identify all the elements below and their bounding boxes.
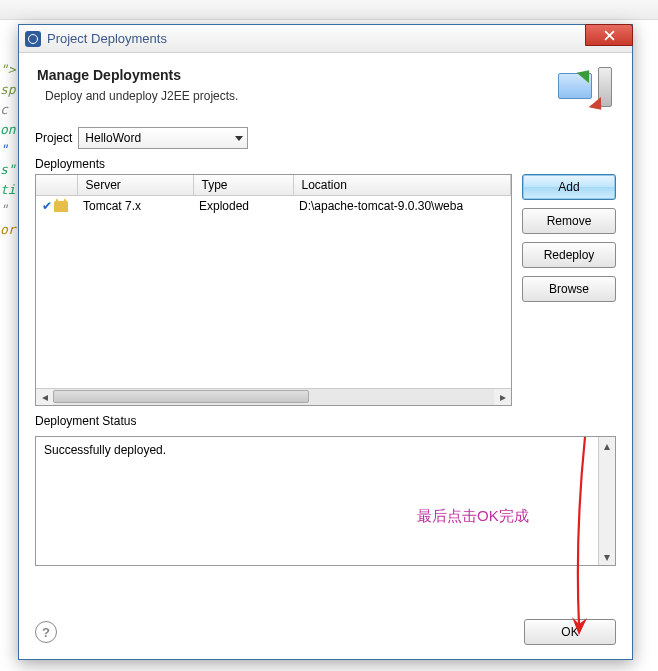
dialog-header: Manage Deployments Deploy and undeploy J…	[19, 53, 632, 121]
editor-gutter-code: ">sp c on " s" ti " or	[0, 20, 18, 620]
vertical-scrollbar[interactable]: ▴ ▾	[598, 437, 615, 565]
col-server[interactable]: Server	[77, 175, 193, 196]
status-label: Deployment Status	[35, 414, 616, 428]
check-icon: ✔	[42, 199, 52, 213]
ide-toolbar	[0, 0, 658, 20]
scroll-up-icon[interactable]: ▴	[599, 437, 615, 454]
deployments-table[interactable]: Server Type Location ✔ Tomcat 7.x Explod…	[35, 174, 512, 406]
col-blank[interactable]	[36, 175, 77, 196]
deployments-label: Deployments	[35, 157, 616, 171]
header-title: Manage Deployments	[37, 67, 238, 83]
browse-button[interactable]: Browse	[522, 276, 616, 302]
help-button[interactable]: ?	[35, 621, 57, 643]
cell-location: D:\apache-tomcat-9.0.30\weba	[293, 196, 511, 217]
cell-server: Tomcat 7.x	[77, 196, 193, 217]
col-location[interactable]: Location	[293, 175, 511, 196]
scroll-track[interactable]	[53, 389, 494, 405]
annotation-text: 最后点击OK完成	[417, 507, 529, 526]
header-subtitle: Deploy and undeploy J2EE projects.	[37, 89, 238, 103]
project-label: Project	[35, 131, 72, 145]
scroll-left-icon[interactable]: ◂	[36, 389, 53, 405]
table-row[interactable]: ✔ Tomcat 7.x Exploded D:\apache-tomcat-9…	[36, 196, 511, 217]
window-title: Project Deployments	[47, 31, 167, 46]
remove-button[interactable]: Remove	[522, 208, 616, 234]
app-icon	[25, 31, 41, 47]
cell-type: Exploded	[193, 196, 293, 217]
redeploy-button[interactable]: Redeploy	[522, 242, 616, 268]
deploy-header-icon	[558, 67, 614, 111]
scroll-thumb[interactable]	[53, 390, 309, 403]
project-deployments-dialog: Project Deployments Manage Deployments D…	[18, 24, 633, 660]
horizontal-scrollbar[interactable]: ◂ ▸	[36, 388, 511, 405]
chevron-down-icon	[235, 136, 243, 141]
scroll-down-icon[interactable]: ▾	[599, 548, 615, 565]
close-icon	[604, 30, 615, 41]
titlebar[interactable]: Project Deployments	[19, 25, 632, 53]
ok-button[interactable]: OK	[524, 619, 616, 645]
help-icon: ?	[42, 625, 50, 640]
project-combo-value: HelloWord	[85, 131, 235, 145]
scroll-right-icon[interactable]: ▸	[494, 389, 511, 405]
col-type[interactable]: Type	[193, 175, 293, 196]
tomcat-icon	[54, 201, 68, 212]
status-text-area[interactable]: Successfully deployed. ▴ ▾	[35, 436, 616, 566]
add-button[interactable]: Add	[522, 174, 616, 200]
project-combo[interactable]: HelloWord	[78, 127, 248, 149]
close-button[interactable]	[585, 24, 633, 46]
status-text: Successfully deployed.	[44, 443, 166, 457]
